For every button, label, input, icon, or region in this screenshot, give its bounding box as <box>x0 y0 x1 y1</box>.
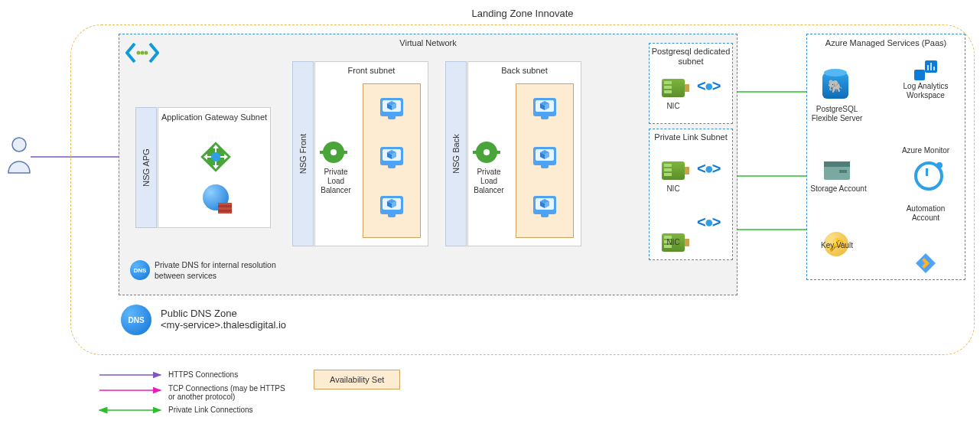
svg-point-17 <box>211 152 220 161</box>
landing-zone-title: Landing Zone Innovate <box>71 8 974 19</box>
nic-icon <box>662 161 685 180</box>
postgres-label: PostgreSQL Flexible Server <box>809 105 865 123</box>
vm-icon <box>533 98 556 116</box>
nsg-back-label: NSG Back <box>451 134 461 173</box>
keyvault-label: Key Vault <box>809 241 865 250</box>
privatelink-subnet-title: Private Link Subnet <box>650 132 732 142</box>
pg-subnet-box: Postgresql dedicated subnet <●> NIC <box>649 43 733 124</box>
svg-rect-21 <box>933 67 935 70</box>
monitor-icon <box>914 161 943 191</box>
nsg-front-label: NSG Front <box>298 134 308 174</box>
front-subnet-box: Front subnet Private Load Balancer <box>314 61 428 246</box>
appgw-subnet-title: Application Gateway Subnet <box>158 112 270 122</box>
monitor-label: Azure Monitor <box>893 146 959 155</box>
log-analytics-icon <box>914 60 937 82</box>
paas-title: Azure Managed Services (Paas) <box>807 38 965 47</box>
nsg-apg-bar: NSG APG <box>135 107 157 228</box>
front-plb-label: Private Load Balancer <box>317 168 355 195</box>
svg-point-12 <box>12 138 26 152</box>
nic-label: NIC <box>654 184 692 193</box>
nsg-apg-label: NSG APG <box>142 148 151 187</box>
back-plb-label: Private Load Balancer <box>470 168 508 195</box>
nsg-front-bar: NSG Front <box>292 61 314 246</box>
private-dns-label: Private DNS for internal resolution betw… <box>155 260 277 281</box>
back-subnet-box: Back subnet Private Load Balancer <box>467 61 581 246</box>
svg-point-13 <box>137 51 141 55</box>
svg-rect-19 <box>927 65 929 70</box>
legend-pl-label: Private Link Connections <box>168 406 253 414</box>
legend-availability-set: Availability Set <box>314 370 400 390</box>
appgw-subnet-box: Application Gateway Subnet <box>158 107 271 228</box>
legend-https-label: HTTPS Connections <box>168 370 238 379</box>
legend-tcp-label: TCP Connections (may be HTTPS or another… <box>168 384 291 401</box>
vm-icon <box>533 147 556 165</box>
application-gateway-icon <box>199 140 233 175</box>
nic-label: NIC <box>654 102 692 110</box>
user-icon <box>6 136 32 174</box>
storage-icon <box>824 161 850 180</box>
storage-label: Storage Account <box>806 184 871 194</box>
svg-point-14 <box>141 51 145 55</box>
private-endpoint-icon: <●> <box>697 160 719 178</box>
vm-icon <box>380 196 403 214</box>
svg-rect-22 <box>914 70 925 80</box>
vm-icon <box>533 196 556 214</box>
front-subnet-title: Front subnet <box>315 66 428 75</box>
nic-icon <box>662 79 685 97</box>
back-load-balancer-icon <box>476 142 497 163</box>
pg-subnet-title: Postgresql dedicated subnet <box>650 47 732 67</box>
svg-point-15 <box>145 51 148 55</box>
nsg-back-bar: NSG Back <box>445 61 467 246</box>
dns-icon: DNS <box>130 260 150 280</box>
back-subnet-title: Back subnet <box>468 66 581 75</box>
dns-icon: DNS <box>121 305 151 335</box>
log-label: Log Analytics Workspace <box>893 82 959 100</box>
waf-icon <box>203 184 229 210</box>
vm-icon <box>380 147 403 165</box>
vm-icon <box>380 98 403 116</box>
nic-label: NIC <box>654 238 692 246</box>
privatelink-subnet-box: Private Link Subnet <●> NIC <●> NIC <box>649 129 733 260</box>
virtual-network-title: Virtual Network <box>119 38 737 47</box>
private-endpoint-icon: <●> <box>697 77 719 95</box>
front-availability-set <box>363 83 421 238</box>
vnet-icon <box>125 42 159 65</box>
automation-icon <box>914 252 937 275</box>
paas-box: Azure Managed Services (Paas) 🐘 PostgreS… <box>806 34 965 280</box>
postgres-icon: 🐘 <box>822 73 848 99</box>
private-endpoint-icon: <●> <box>697 214 719 231</box>
front-load-balancer-icon <box>323 142 344 163</box>
public-dns-label: Public DNS Zone <my-service>.thalesdigit… <box>161 308 286 331</box>
back-availability-set <box>516 83 574 238</box>
automation-label: Automation Account <box>893 204 959 223</box>
svg-rect-20 <box>930 63 932 70</box>
